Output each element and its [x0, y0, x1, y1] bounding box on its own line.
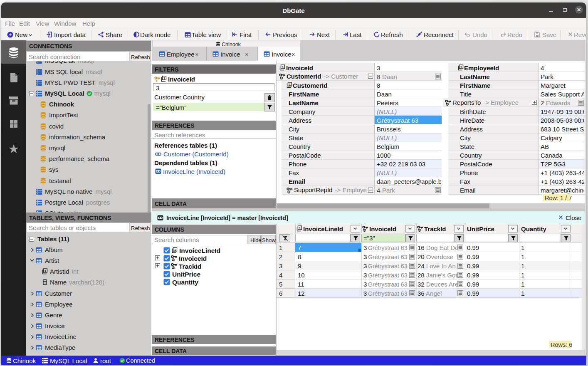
svg-text:1: 1 [299, 226, 301, 230]
svg-text:1: 1 [460, 65, 462, 69]
svg-text:1: 1 [289, 83, 291, 87]
svg-text:1: 1 [44, 269, 47, 273]
svg-text:1: 1 [282, 65, 284, 69]
svg-text:1: 1 [174, 248, 176, 252]
svg-text:1: 1 [163, 77, 166, 80]
